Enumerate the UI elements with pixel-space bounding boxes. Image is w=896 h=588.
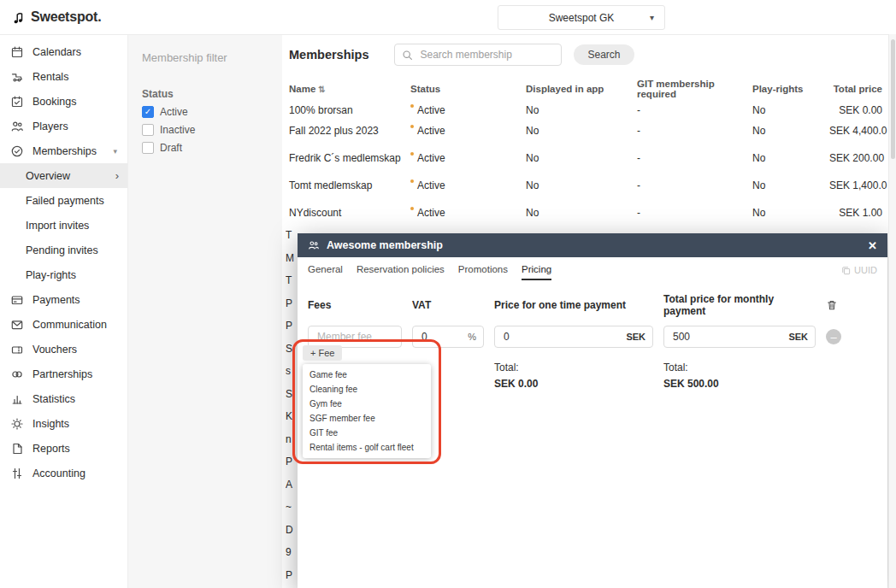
total-label: Total:	[663, 362, 816, 373]
sidebar-subitem-label: Overview	[26, 170, 70, 182]
sidebar-item-label: Rentals	[32, 71, 68, 83]
sidebar-subitem-play-rights[interactable]: Play-rights	[0, 262, 127, 287]
chevron-down-icon: ▾	[113, 147, 117, 156]
status-dot-icon	[410, 152, 414, 156]
sidebar-item-players[interactable]: Players	[0, 114, 127, 138]
sidebar-item-payments[interactable]: Payments	[0, 287, 127, 312]
sidebar-subitem-pending-invites[interactable]: Pending invites	[0, 238, 127, 262]
sidebar-item-label: Players	[32, 121, 68, 132]
sidebar-item-accounting[interactable]: Accounting	[0, 461, 127, 485]
sidebar-item-reports[interactable]: Reports	[0, 436, 127, 461]
statistics-icon	[10, 392, 24, 406]
club-selector-dropdown[interactable]: Sweetspot GK ▾	[498, 5, 665, 30]
filter-checkbox-inactive[interactable]: Inactive	[142, 124, 268, 136]
cell-displayed: No	[526, 104, 637, 116]
cell-name: 100% brorsan	[289, 104, 410, 116]
sort-icon[interactable]: ⇅	[318, 85, 325, 94]
fee-option-git-fee[interactable]: GIT fee	[303, 426, 431, 440]
sidebar-subitem-import-invites[interactable]: Import invites	[0, 213, 127, 238]
fee-option-cleaning-fee[interactable]: Cleaning fee	[303, 382, 431, 397]
brand-logo[interactable]: Sweetspot.	[12, 0, 101, 34]
member-fee-input[interactable]	[315, 330, 394, 344]
brand-name: Sweetspot.	[31, 9, 101, 25]
fee-option-game-fee[interactable]: Game fee	[303, 368, 431, 382]
page-title: Memberships	[289, 48, 368, 62]
tab-reservation-policies[interactable]: Reservation policies	[357, 264, 445, 280]
cell-total-price: SEK 1,400.0	[829, 179, 887, 191]
sidebar-item-label: Communication	[32, 319, 107, 331]
sidebar-item-statistics[interactable]: Statistics	[0, 386, 127, 411]
occluded-rows-strip: T M T P P S s S K n P A ~ D 9 P	[286, 224, 297, 588]
calendars-icon	[10, 45, 24, 59]
table-row[interactable]: Fredrik C´s medlemskap Active No - No SE…	[282, 144, 889, 172]
sidebar-item-label: Insights	[32, 418, 69, 430]
status-dot-icon	[410, 104, 414, 108]
sidebar-subitem-label: Import invites	[26, 220, 89, 232]
scrollbar-thumb[interactable]	[891, 39, 895, 159]
monthly-total: Total: SEK 500.00	[663, 362, 816, 390]
sidebar-item-label: Reports	[32, 443, 70, 455]
table-row[interactable]: Fall 2022 plus 2023 Active No - No SEK 4…	[282, 117, 889, 144]
sidebar-item-partnerships[interactable]: Partnerships	[0, 362, 127, 386]
sidebar-subitem-failed-payments[interactable]: Failed payments	[0, 188, 127, 213]
sidebar-item-bookings[interactable]: Bookings	[0, 89, 127, 114]
onetime-price-input[interactable]	[502, 330, 621, 344]
currency-suffix: SEK	[788, 332, 808, 342]
fee-option-rental-items[interactable]: Rental items - golf cart fleet	[303, 440, 431, 455]
membership-filter-panel: Membership filter Status ✓ Active Inacti…	[128, 34, 282, 588]
remove-fee-row-button[interactable]: –	[826, 329, 841, 344]
sidebar-item-label: Accounting	[32, 467, 85, 479]
modal-header: Awesome membership ✕	[298, 233, 887, 257]
cell-name: NYdiscount	[289, 207, 410, 219]
table-row[interactable]: NYdiscount Active No - No SEK 1.00	[282, 199, 889, 226]
monthly-price-field[interactable]: SEK	[663, 326, 816, 348]
monthly-price-input[interactable]	[671, 330, 783, 344]
sidebar-item-calendars[interactable]: Calendars	[0, 39, 127, 64]
modal-tabs: General Reservation policies Promotions …	[298, 257, 887, 280]
membership-search-field[interactable]	[394, 44, 562, 66]
close-icon[interactable]: ✕	[868, 240, 877, 251]
cell-name: Tomt medlemskap	[289, 179, 410, 191]
tab-promotions[interactable]: Promotions	[458, 264, 508, 280]
reports-icon	[10, 442, 24, 456]
filter-title: Membership filter	[142, 51, 268, 64]
checkbox-unchecked-icon	[142, 142, 154, 154]
chevron-right-icon: ›	[115, 169, 119, 182]
payments-icon	[10, 293, 24, 307]
tab-general[interactable]: General	[308, 264, 343, 280]
partnerships-icon	[10, 368, 24, 381]
sidebar-item-communication[interactable]: Communication	[0, 312, 127, 337]
sweetspot-logo-icon	[12, 10, 26, 24]
total-label: Total:	[494, 362, 653, 373]
fee-option-gym-fee[interactable]: Gym fee	[303, 397, 431, 411]
sidebar-subitem-overview[interactable]: Overview ›	[0, 163, 127, 188]
players-icon	[10, 120, 24, 133]
membership-modal: Awesome membership ✕ General Reservation…	[298, 233, 887, 588]
status-dot-icon	[410, 207, 414, 210]
vertical-scrollbar[interactable]	[888, 34, 896, 588]
table-row[interactable]: 100% brorsan Active No - No SEK 0.00	[282, 104, 889, 117]
column-header-displayed: Displayed in app	[526, 84, 637, 94]
column-header-name[interactable]: Name⇅	[289, 84, 410, 94]
table-row[interactable]: Tomt medlemskap Active No - No SEK 1,400…	[282, 172, 889, 199]
sidebar-item-rentals[interactable]: Rentals	[0, 64, 127, 89]
trash-icon[interactable]	[826, 299, 846, 311]
filter-checkbox-active[interactable]: ✓ Active	[142, 106, 268, 118]
cell-play-rights: No	[752, 125, 829, 137]
modal-title: Awesome membership	[327, 239, 443, 251]
vat-input[interactable]	[420, 330, 463, 344]
search-button[interactable]: Search	[574, 44, 634, 65]
sidebar-item-vouchers[interactable]: Vouchers	[0, 337, 127, 362]
sidebar-item-label: Memberships	[32, 145, 97, 157]
fee-option-sgf-member-fee[interactable]: SGF member fee	[303, 411, 431, 426]
cell-status: Active	[410, 152, 526, 164]
sidebar-item-memberships[interactable]: Memberships ▾	[0, 138, 127, 163]
search-input[interactable]	[418, 48, 554, 62]
onetime-price-field[interactable]: SEK	[494, 326, 653, 348]
add-fee-button[interactable]: + Fee	[303, 345, 342, 361]
sidebar-item-insights[interactable]: Insights	[0, 411, 127, 436]
tab-pricing[interactable]: Pricing	[522, 264, 551, 280]
filter-checkbox-draft[interactable]: Draft	[142, 142, 268, 154]
uuid-button[interactable]: UUID	[841, 265, 877, 280]
cell-displayed: No	[526, 152, 637, 164]
